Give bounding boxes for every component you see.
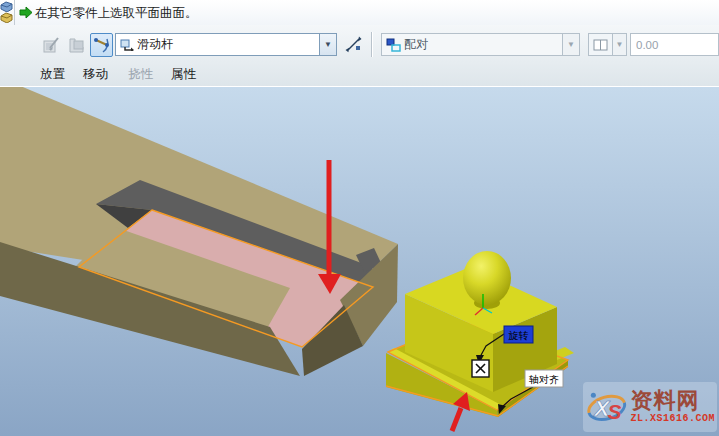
offset-type-icon	[588, 33, 613, 56]
divider	[371, 32, 372, 57]
offset-value-input[interactable]	[630, 33, 719, 56]
offset-type-button[interactable]: ▼	[588, 33, 627, 56]
status-message: 在其它零件上选取平面曲面。	[35, 5, 198, 22]
constraint-type-dropdown[interactable]: 配对 ▼	[381, 33, 580, 56]
sphere-knob[interactable]	[463, 251, 511, 305]
connection-type-value: 滑动杆	[137, 36, 319, 53]
dashboard-tabs: 放置 移动 挠性 属性	[0, 64, 719, 86]
separate-window-icon	[43, 37, 60, 54]
placement-dashboard: 滑动杆 ▼ 配对 ▼	[0, 25, 719, 89]
rotation-tag[interactable]: 旋转	[504, 326, 533, 343]
dragger-toggle-button[interactable]	[90, 33, 113, 57]
tab-move[interactable]: 移动	[83, 66, 108, 83]
slider-part[interactable]	[386, 251, 574, 417]
watermark: X S 资料网 ZL.XS1616.COM	[583, 382, 717, 432]
base-part[interactable]	[0, 87, 398, 376]
yellow-cube-icon	[0, 12, 13, 23]
blue-cube-icon	[0, 1, 13, 12]
connection-type-dropdown[interactable]: 滑动杆 ▼	[115, 33, 337, 56]
drag-handle[interactable]	[472, 360, 489, 377]
assembly-window-icon	[68, 37, 85, 54]
flip-constraint-button[interactable]	[343, 33, 364, 56]
chevron-down-icon: ▼	[319, 34, 336, 55]
watermark-site-name: 资料网	[630, 390, 699, 412]
constraint-type-value: 配对	[404, 36, 562, 53]
svg-text:轴对齐: 轴对齐	[528, 374, 559, 385]
side-toolbar-strip	[0, 0, 13, 25]
message-bar: 在其它零件上选取平面曲面。	[0, 0, 719, 26]
tab-flexibility[interactable]: 挠性	[128, 66, 153, 83]
prompt-arrow-icon	[19, 6, 33, 19]
graphics-area[interactable]: 旋转 轴对齐 X S 资	[0, 87, 719, 436]
chevron-down-icon: ▼	[562, 34, 579, 55]
tab-properties[interactable]: 属性	[171, 66, 196, 83]
svg-text:S: S	[608, 400, 622, 423]
flip-icon	[345, 36, 362, 53]
assembly-window-button[interactable]	[65, 33, 88, 57]
proe-assembly-window: 在其它零件上选取平面曲面。	[0, 0, 719, 436]
separate-window-button[interactable]	[40, 33, 63, 57]
watermark-site-url: ZL.XS1616.COM	[630, 413, 715, 424]
mate-constraint-icon	[386, 38, 401, 52]
axis-align-tag[interactable]: 轴对齐	[525, 370, 563, 387]
divider	[14, 0, 15, 25]
watermark-logo: X S	[585, 384, 628, 430]
tab-placement[interactable]: 放置	[40, 66, 65, 83]
dragger-icon	[93, 36, 111, 54]
connection-type-icon	[120, 38, 134, 51]
chevron-down-icon[interactable]: ▼	[613, 33, 627, 56]
svg-text:旋转: 旋转	[508, 330, 529, 341]
